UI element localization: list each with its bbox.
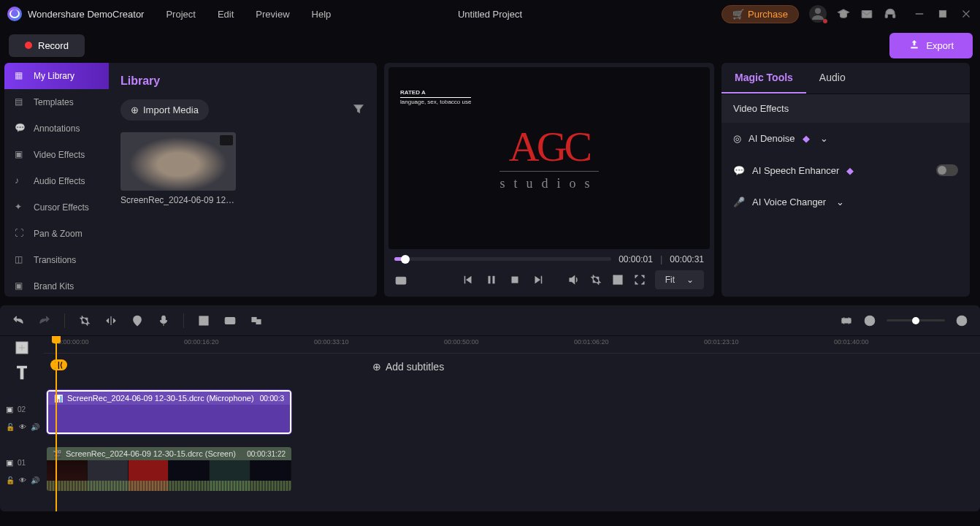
sidebar: ▦My Library ▤Templates 💬Annotations ▣Vid… xyxy=(4,63,109,297)
svg-rect-13 xyxy=(541,276,543,284)
mic-icon[interactable] xyxy=(157,314,170,327)
sidebar-transitions[interactable]: ◫Transitions xyxy=(4,247,109,273)
account-icon[interactable] xyxy=(809,5,827,23)
pause-icon[interactable] xyxy=(485,273,498,286)
lock-icon[interactable]: 🔓 xyxy=(6,476,15,485)
cart-icon: 🛒 xyxy=(732,9,744,20)
fit-select[interactable]: Fit⌄ xyxy=(655,270,704,289)
svg-rect-19 xyxy=(256,319,261,324)
svg-point-8 xyxy=(399,278,403,283)
video-clip[interactable]: 🎬 ScreenRec_2024-06-09 12-30-15.dcrc (Sc… xyxy=(47,447,291,491)
crop-icon[interactable] xyxy=(589,273,602,286)
menu-edit[interactable]: Edit xyxy=(218,9,234,20)
sidebar-my-library[interactable]: ▦My Library xyxy=(4,63,109,89)
marker-icon[interactable] xyxy=(131,314,144,327)
svg-point-0 xyxy=(815,8,821,14)
snapshot-icon[interactable] xyxy=(394,273,407,286)
mail-icon[interactable] xyxy=(860,7,873,20)
timeline-ruler[interactable]: 00:00:00:00 00:00:16:20 00:00:33:10 00:0… xyxy=(44,336,980,354)
zoom-in-icon[interactable] xyxy=(955,314,968,327)
clip-duration: 00:00:3 xyxy=(260,394,284,403)
caption-icon[interactable] xyxy=(223,314,237,327)
sidebar-video-effects[interactable]: ▣Video Effects xyxy=(4,142,109,168)
eye-icon[interactable]: 👁 xyxy=(19,423,26,432)
chevron-down-icon: ⌄ xyxy=(836,197,844,207)
record-button[interactable]: Record xyxy=(9,34,85,57)
speech-toggle[interactable] xyxy=(936,164,958,176)
purchase-button[interactable]: 🛒 Purchase xyxy=(721,5,799,23)
sidebar-audio-effects[interactable]: ♪Audio Effects xyxy=(4,168,109,194)
sidebar-cursor-effects[interactable]: ✦Cursor Effects xyxy=(4,194,109,221)
sidebar-templates[interactable]: ▤Templates xyxy=(4,89,109,115)
undo-icon[interactable] xyxy=(12,314,25,327)
fullscreen-icon[interactable] xyxy=(633,273,646,286)
sidebar-brand-kits[interactable]: ▣Brand Kits xyxy=(4,273,109,300)
media-label: ScreenRec_2024-06-09 12-30... xyxy=(120,195,236,205)
next-frame-icon[interactable] xyxy=(532,273,545,286)
export-button[interactable]: Export xyxy=(889,33,973,58)
rating-badge: RATED A language, sex, tobacco use xyxy=(400,89,471,107)
svg-rect-9 xyxy=(464,276,466,284)
volume-icon[interactable] xyxy=(567,273,581,286)
menu-preview[interactable]: Preview xyxy=(256,9,289,20)
audio-clip[interactable]: 📊 ScreenRec_2024-06-09 12-30-15.dcrc (Mi… xyxy=(47,390,291,434)
timeline-tracks[interactable]: 00:00:00:00 00:00:16:20 00:00:33:10 00:0… xyxy=(44,336,980,511)
toolbar: Record Export xyxy=(0,28,980,63)
redo-icon[interactable] xyxy=(38,314,51,327)
media-item[interactable]: ScreenRec_2024-06-09 12-30... xyxy=(120,132,236,205)
sidebar-annotations[interactable]: 💬Annotations xyxy=(4,115,109,142)
sidebar-pan-zoom[interactable]: ⛶Pan & Zoom xyxy=(4,221,109,247)
annotations-icon: 💬 xyxy=(15,123,26,134)
library-title: Library xyxy=(120,75,365,88)
templates-icon: ▤ xyxy=(15,96,26,108)
prev-frame-icon[interactable] xyxy=(462,273,475,286)
zoom-out-icon[interactable] xyxy=(863,314,876,327)
crop-tool-icon[interactable] xyxy=(78,314,91,327)
stop-icon[interactable] xyxy=(508,273,521,286)
media-thumbnail xyxy=(120,132,236,191)
text-track-button[interactable] xyxy=(6,362,38,383)
ai-speech-enhancer-item[interactable]: 💬 AI Speech Enhancer ◆ xyxy=(721,154,970,186)
mute-icon[interactable]: 🔊 xyxy=(31,423,39,432)
grid-icon[interactable] xyxy=(611,273,624,286)
chevron-down-icon: ⌄ xyxy=(686,275,694,285)
add-subtitles-button[interactable]: ⊕Add subtitles xyxy=(372,361,444,373)
scrubber[interactable] xyxy=(394,257,611,261)
ai-denoise-item[interactable]: ◎ AI Denoise ◆ ⌄ xyxy=(721,123,970,154)
zoom-slider[interactable] xyxy=(887,319,945,321)
menu-help[interactable]: Help xyxy=(312,9,332,20)
subtitle-marker[interactable]: ⟩|⟨ xyxy=(50,359,67,370)
import-media-button[interactable]: ⊕ Import Media xyxy=(120,99,209,121)
group-icon[interactable] xyxy=(250,314,263,327)
timeline-panel: ▣ 02 🔓 👁 🔊 ▣ 01 🔓 👁 🔊 00:00:00:00 xyxy=(0,305,980,511)
filter-icon[interactable] xyxy=(352,102,365,118)
maximize-icon[interactable] xyxy=(936,7,949,20)
ai-voice-changer-item[interactable]: 🎤 AI Voice Changer ⌄ xyxy=(721,186,970,218)
video-preview[interactable]: RATED A language, sex, tobacco use AGC s… xyxy=(388,67,710,249)
section-video-effects: Video Effects xyxy=(721,94,970,123)
waveform xyxy=(47,481,291,491)
graduation-icon[interactable] xyxy=(837,7,850,20)
tab-magic-tools[interactable]: Magic Tools xyxy=(721,63,806,94)
voice-icon: 🎤 xyxy=(733,197,745,207)
text-icon[interactable] xyxy=(197,314,210,327)
eye-icon[interactable]: 👁 xyxy=(19,476,26,485)
audio-effects-icon: ♪ xyxy=(15,175,26,187)
fit-timeline-icon[interactable] xyxy=(840,314,853,327)
app-logo-icon xyxy=(7,7,22,21)
current-time: 00:00:01 xyxy=(619,254,653,264)
preview-logo: AGC xyxy=(499,126,598,168)
split-icon[interactable] xyxy=(104,314,118,327)
playhead[interactable] xyxy=(55,336,57,511)
pan-zoom-icon: ⛶ xyxy=(15,228,26,240)
preview-logo-sub: studios xyxy=(499,171,598,191)
lock-icon[interactable]: 🔓 xyxy=(6,423,15,432)
menu-project[interactable]: Project xyxy=(166,9,195,20)
add-track-button[interactable] xyxy=(6,339,38,357)
mute-icon[interactable]: 🔊 xyxy=(31,476,39,485)
tab-audio[interactable]: Audio xyxy=(806,63,859,94)
close-icon[interactable] xyxy=(960,7,973,20)
headset-icon[interactable] xyxy=(884,7,897,20)
minimize-icon[interactable] xyxy=(913,7,926,20)
speech-icon: 💬 xyxy=(733,165,745,176)
